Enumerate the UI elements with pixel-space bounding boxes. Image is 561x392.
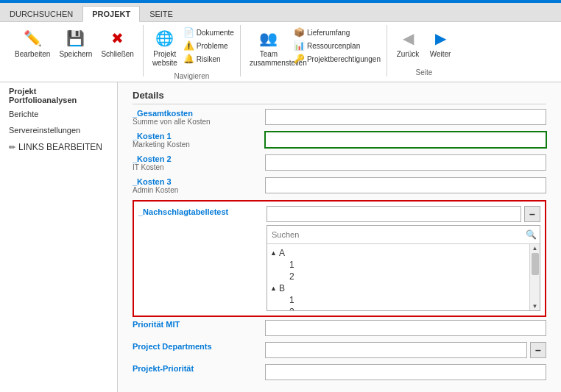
prioritat-mit-input[interactable] — [265, 320, 546, 336]
projekt-prioritat-label-col: Projekt-Priorität — [133, 364, 265, 373]
kosten2-desc: IT Kosten — [133, 163, 265, 171]
probleme-icon: ⚠️ — [183, 40, 195, 51]
probleme-row[interactable]: ⚠️ Probleme — [183, 40, 234, 51]
ribbon-group-navigate1: 🌐 Projekt website 📄 Dokumente ⚠️ Problem… — [144, 25, 241, 76]
project-departments-name: Project Departments — [133, 342, 265, 351]
weiter-icon: ▶ — [428, 26, 452, 50]
ressourcenplan-row[interactable]: 📊 Ressourcenplan — [294, 40, 381, 51]
ressourcenplan-label[interactable]: Ressourcenplan — [307, 42, 360, 50]
projektberechtigungen-row[interactable]: 🔑 Projektberechtigungen — [294, 53, 381, 65]
gesamtkosten-input-col — [265, 109, 546, 125]
project-departments-row: Project Departments – — [133, 342, 546, 358]
weiter-label: Weiter — [430, 50, 451, 59]
team-label: Teamzusammenstellen — [250, 50, 288, 68]
tab-durchsuchen[interactable]: DURCHSUCHEN — [0, 5, 82, 21]
prioritat-mit-input-col — [265, 320, 546, 336]
sidebar-item-links-bearbeiten[interactable]: ✏ LINKS BEARBEITEN — [0, 138, 117, 156]
ribbon-group-navigate2: 👥 Teamzusammenstellen 📦 Lieferumfang 📊 R… — [241, 25, 387, 76]
projekt-prioritat-input[interactable] — [265, 364, 546, 380]
links-bearbeiten-label: LINKS BEARBEITEN — [18, 142, 102, 152]
kosten3-label-col: _Kosten 3 Admin Kosten — [133, 177, 265, 194]
tree-item-b2[interactable]: ▲ 2 — [270, 306, 528, 310]
sidebar-group-projekt: ProjektPortfolioanalysen — [0, 82, 117, 106]
projektberechtigungen-label[interactable]: Projektberechtigungen — [307, 55, 381, 63]
tree-item-b[interactable]: ▲ B — [270, 282, 528, 294]
tree-label-a: A — [279, 248, 285, 258]
gesamtkosten-label-col: _Gesamtkosten Summe von alle Kosten — [133, 109, 265, 126]
lookup-top-row: – — [267, 206, 540, 222]
main-layout: ProjektPortfolioanalysen Berichte Server… — [0, 82, 561, 392]
kosten2-input-col — [265, 154, 546, 171]
kosten3-input[interactable] — [265, 177, 546, 193]
dokumente-row[interactable]: 📄 Dokumente — [183, 26, 234, 38]
tab-seite[interactable]: SEITE — [140, 5, 183, 21]
probleme-label[interactable]: Probleme — [197, 42, 228, 50]
project-departments-label-col: Project Departments — [133, 342, 265, 351]
tab-navigation: DURCHSUCHEN PROJEKT SEITE — [0, 3, 561, 22]
speichern-button[interactable]: 💾 Speichern — [56, 25, 95, 60]
pencil-icon: ✏ — [9, 143, 15, 152]
ribbon: ✏️ Bearbeiten 💾 Speichern ✖ Schließen 🌐 … — [0, 22, 561, 82]
kosten3-input-col — [265, 177, 546, 193]
kosten1-label-col: _Kosten 1 Marketing Kosten — [133, 132, 265, 149]
kosten1-input[interactable] — [265, 132, 546, 148]
lookup-input-col: – 🔍 ▲ A 1 — [267, 206, 540, 311]
lookup-dropdown: 🔍 ▲ A 1 2 — [267, 225, 540, 311]
risiken-label[interactable]: Risiken — [197, 55, 221, 63]
tree-item-a[interactable]: ▲ A — [270, 247, 528, 259]
section-title: Details — [133, 90, 546, 104]
projektberechtigungen-icon: 🔑 — [294, 53, 306, 65]
risiken-icon: 🔔 — [183, 53, 195, 65]
ribbon-small-group-1: 📄 Dokumente ⚠️ Probleme 🔔 Risiken — [183, 26, 234, 65]
search-input[interactable] — [269, 229, 523, 240]
kosten2-row: _Kosten 2 IT Kosten — [133, 154, 546, 171]
gesamtkosten-row: _Gesamtkosten Summe von alle Kosten — [133, 109, 546, 126]
lieferumfang-row[interactable]: 📦 Lieferumfang — [294, 26, 381, 38]
project-departments-input-col: – — [265, 342, 546, 358]
zuruck-button[interactable]: ◀ Zurück — [393, 25, 423, 60]
gesamtkosten-input[interactable] — [265, 109, 546, 125]
tree-item-a2[interactable]: 2 — [270, 271, 528, 282]
project-departments-input[interactable] — [265, 342, 527, 358]
kosten2-input[interactable] — [265, 154, 546, 171]
bearbeiten-icon: ✏️ — [21, 26, 44, 50]
dokumente-label[interactable]: Dokumente — [197, 29, 234, 37]
projektwebsite-button[interactable]: 🌐 Projekt website — [149, 25, 180, 69]
tree-scrollbar[interactable]: ▲ ▼ — [529, 244, 540, 310]
lieferumfang-label[interactable]: Lieferumfang — [307, 29, 350, 37]
sidebar-item-servereinstellungen[interactable]: Servereinstellungen — [0, 122, 117, 138]
weiter-button[interactable]: ▶ Weiter — [426, 25, 455, 60]
ribbon-seite-buttons: ◀ Zurück ▶ Weiter — [393, 25, 455, 60]
schliessen-button[interactable]: ✖ Schließen — [98, 25, 136, 60]
project-departments-minus-button[interactable]: – — [530, 342, 546, 358]
dokumente-icon: 📄 — [183, 26, 195, 38]
prioritat-mit-name: Priorität MIT — [133, 320, 265, 329]
lookup-label-col: _Nachschlagtabelletest — [138, 206, 267, 216]
ribbon-group-actions: ✏️ Bearbeiten 💾 Speichern ✖ Schließen — [6, 25, 144, 76]
lookup-minus-button[interactable]: – — [524, 206, 540, 222]
tree-item-a1[interactable]: 1 — [270, 259, 528, 271]
lookup-name: _Nachschlagtabelletest — [138, 207, 267, 216]
bearbeiten-button[interactable]: ✏️ Bearbeiten — [12, 25, 53, 60]
tab-projekt[interactable]: PROJEKT — [82, 6, 140, 22]
kosten1-name: _Kosten 1 — [133, 132, 265, 140]
schliessen-icon: ✖ — [106, 26, 130, 50]
search-icon-button[interactable]: 🔍 — [523, 227, 538, 242]
gesamtkosten-name: _Gesamtkosten — [133, 109, 265, 118]
scroll-up-arrow[interactable]: ▲ — [532, 245, 538, 252]
sidebar-item-berichte[interactable]: Berichte — [0, 106, 117, 122]
team-button[interactable]: 👥 Teamzusammenstellen — [247, 25, 291, 69]
tree-label-a1: 1 — [289, 260, 294, 270]
tree-label-b1: 1 — [289, 295, 294, 305]
tree-item-b1[interactable]: 1 — [270, 294, 528, 306]
kosten1-desc: Marketing Kosten — [133, 140, 265, 149]
project-departments-input-group: – — [265, 342, 546, 358]
risiken-row[interactable]: 🔔 Risiken — [183, 53, 234, 65]
projekt-prioritat-row: Projekt-Priorität — [133, 364, 546, 380]
tree-expander-a: ▲ — [270, 249, 279, 257]
ribbon-small-group-2: 📦 Lieferumfang 📊 Ressourcenplan 🔑 Projek… — [294, 26, 381, 65]
prioritat-mit-row: Priorität MIT — [133, 320, 546, 336]
kosten1-row: _Kosten 1 Marketing Kosten — [133, 132, 546, 149]
lookup-input[interactable] — [267, 206, 521, 222]
scroll-down-arrow[interactable]: ▼ — [532, 303, 538, 310]
